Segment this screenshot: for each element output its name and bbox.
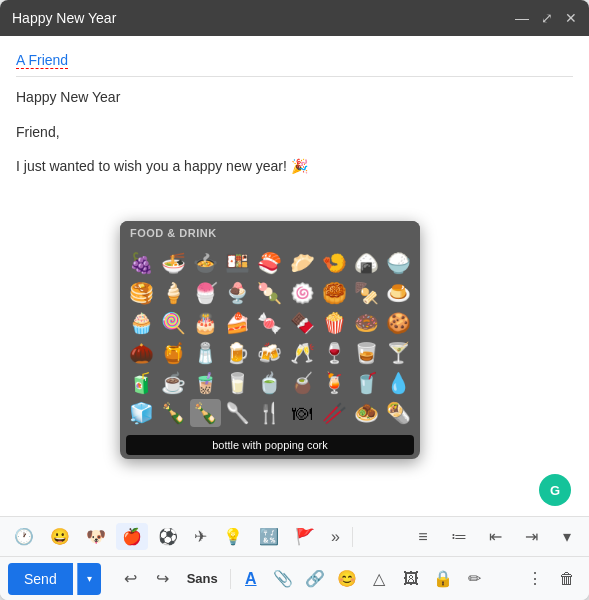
emoji-item[interactable]: 🍇 (126, 249, 156, 277)
signature-button[interactable]: ✏ (461, 565, 489, 593)
more-options-button[interactable]: ⋮ (521, 565, 549, 593)
emoji-item[interactable]: 🍥 (287, 279, 317, 307)
emoji-item[interactable]: 🍤 (319, 249, 349, 277)
emoji-item[interactable]: 🍫 (287, 309, 317, 337)
emoji-item-bottle[interactable]: 🍾 (190, 399, 220, 427)
font-selector[interactable]: Sans (181, 565, 224, 593)
emoji-tooltip: bottle with popping cork (126, 435, 414, 455)
tab-travel[interactable]: ✈ (188, 523, 213, 550)
emoji-item[interactable]: 🍯 (158, 339, 188, 367)
emoji-item[interactable]: 💧 (384, 369, 414, 397)
emoji-item[interactable]: 🥞 (126, 279, 156, 307)
emoji-tabs-bar: 🕐 😀 🐶 🍎 ⚽ ✈ 💡 🔣 🚩 » ≡ ≔ ⇤ ⇥ ▾ (0, 516, 589, 556)
emoji-item[interactable]: 🍙 (352, 249, 382, 277)
emoji-item[interactable]: 🍧 (190, 279, 220, 307)
tab-flags[interactable]: 🚩 (289, 523, 321, 550)
tab-animals[interactable]: 🐶 (80, 523, 112, 550)
main-toolbar: Send ▾ ↩ ↪ Sans A 📎 🔗 😊 △ 🖼 🔒 ✏ ⋮ 🗑 (0, 556, 589, 600)
bold-button[interactable]: A (237, 565, 265, 593)
emoji-item[interactable]: 🥛 (223, 369, 253, 397)
minimize-button[interactable]: — (515, 10, 529, 26)
subject-line: Happy New Year (16, 89, 573, 105)
emoji-item[interactable]: 🥢 (319, 399, 349, 427)
more-formatting-button[interactable]: ▾ (553, 523, 581, 551)
toolbar-divider2 (230, 569, 231, 589)
emoji-item[interactable]: 🍡 (255, 279, 285, 307)
emoji-item[interactable]: 🍬 (255, 309, 285, 337)
emoji-item[interactable]: 🍢 (352, 279, 382, 307)
emoji-item[interactable]: 🍦 (158, 279, 188, 307)
emoji-item[interactable]: 🧊 (126, 399, 156, 427)
emoji-item[interactable]: 🍪 (384, 309, 414, 337)
emoji-item[interactable]: 🧂 (190, 339, 220, 367)
grammarly-button[interactable]: G (539, 474, 571, 506)
tab-symbols[interactable]: 🔣 (253, 523, 285, 550)
maximize-button[interactable]: ⤢ (541, 10, 553, 26)
emoji-item[interactable]: 🥃 (352, 339, 382, 367)
close-button[interactable]: ✕ (565, 10, 577, 26)
tab-smileys[interactable]: 😀 (44, 523, 76, 550)
emoji-item[interactable]: 🍾 (158, 399, 188, 427)
emoji-item[interactable]: 🧃 (126, 369, 156, 397)
tab-food[interactable]: 🍎 (116, 523, 148, 550)
emoji-item[interactable]: 🧁 (126, 309, 156, 337)
emoji-item[interactable]: 🥂 (287, 339, 317, 367)
link-button[interactable]: 🔗 (301, 565, 329, 593)
emoji-item[interactable]: 🧆 (352, 399, 382, 427)
tab-activities[interactable]: ⚽ (152, 523, 184, 550)
emoji-item[interactable]: 🍿 (319, 309, 349, 337)
emoji-item[interactable]: 🌰 (126, 339, 156, 367)
redo-button[interactable]: ↪ (149, 565, 177, 593)
emoji-item[interactable]: 🌯 (384, 399, 414, 427)
emoji-item[interactable]: 🍸 (384, 339, 414, 367)
emoji-item[interactable]: 🍩 (352, 309, 382, 337)
confidential-button[interactable]: 🔒 (429, 565, 457, 593)
body-content: I just wanted to wish you a happy new ye… (16, 155, 573, 177)
emoji-item[interactable]: 🍭 (158, 309, 188, 337)
undo-button[interactable]: ↩ (117, 565, 145, 593)
compose-window: Happy New Year — ⤢ ✕ A Friend Happy New … (0, 0, 589, 600)
emoji-item[interactable]: 🍰 (223, 309, 253, 337)
indent-decrease-button[interactable]: ⇤ (481, 523, 509, 551)
emoji-item[interactable]: 🍲 (190, 249, 220, 277)
drive-button[interactable]: △ (365, 565, 393, 593)
emoji-item[interactable]: 🍻 (255, 339, 285, 367)
emoji-item[interactable]: 🍵 (255, 369, 285, 397)
emoji-button[interactable]: 😊 (333, 565, 361, 593)
send-dropdown-button[interactable]: ▾ (77, 563, 101, 595)
tab-objects[interactable]: 💡 (217, 523, 249, 550)
list-ordered-button[interactable]: ≔ (445, 523, 473, 551)
emoji-item[interactable]: 🎂 (190, 309, 220, 337)
send-button[interactable]: Send (8, 563, 73, 595)
tab-more[interactable]: » (325, 524, 346, 550)
toolbar-divider (352, 527, 353, 547)
emoji-item[interactable]: 🍜 (158, 249, 188, 277)
emoji-item[interactable]: 🍱 (223, 249, 253, 277)
list-unordered-button[interactable]: ≡ (409, 523, 437, 551)
emoji-item[interactable]: 🧉 (287, 369, 317, 397)
emoji-item[interactable]: 🥮 (319, 279, 349, 307)
emoji-item[interactable]: 🍹 (319, 369, 349, 397)
emoji-item[interactable]: 🍷 (319, 339, 349, 367)
emoji-item[interactable]: 🍽 (287, 399, 317, 427)
window-title: Happy New Year (12, 10, 116, 26)
emoji-item[interactable]: 🍴 (255, 399, 285, 427)
delete-button[interactable]: 🗑 (553, 565, 581, 593)
emoji-item[interactable]: 🍚 (384, 249, 414, 277)
attach-button[interactable]: 📎 (269, 565, 297, 593)
emoji-item[interactable]: 🧋 (190, 369, 220, 397)
emoji-item[interactable]: 🍮 (384, 279, 414, 307)
email-body: A Friend Happy New Year Friend, I just w… (0, 36, 589, 516)
indent-increase-button[interactable]: ⇥ (517, 523, 545, 551)
emoji-item[interactable]: 🥤 (352, 369, 382, 397)
toolbar-end: ⋮ 🗑 (521, 565, 581, 593)
image-button[interactable]: 🖼 (397, 565, 425, 593)
tab-recent[interactable]: 🕐 (8, 523, 40, 550)
recipient-name[interactable]: A Friend (16, 52, 68, 69)
emoji-item[interactable]: 🥄 (223, 399, 253, 427)
emoji-item[interactable]: ☕ (158, 369, 188, 397)
emoji-item[interactable]: 🥟 (287, 249, 317, 277)
emoji-item[interactable]: 🍺 (223, 339, 253, 367)
emoji-item[interactable]: 🍣 (255, 249, 285, 277)
emoji-item[interactable]: 🍨 (223, 279, 253, 307)
